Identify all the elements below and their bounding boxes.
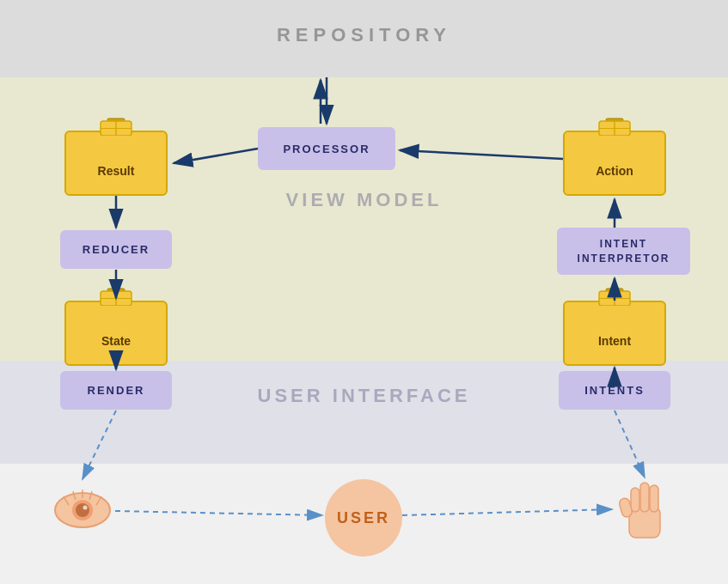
action-suitcase: Action [563, 131, 666, 196]
user-circle: USER [325, 479, 402, 557]
svg-point-19 [83, 506, 88, 510]
svg-point-18 [76, 503, 89, 517]
intent-interpretor-box: INTENTINTERPRETOR [557, 228, 690, 275]
render-box: RENDER [60, 371, 172, 410]
eye-icon [52, 479, 113, 541]
repo-zone [0, 0, 728, 77]
svg-rect-21 [631, 488, 639, 512]
hand-icon [614, 472, 676, 550]
state-suitcase: State [64, 301, 168, 366]
svg-rect-22 [640, 483, 649, 512]
processor-box: PROCESSOR [258, 127, 395, 170]
suitcase-result-icon [99, 115, 133, 136]
suitcase-state-icon [99, 285, 133, 306]
suitcase-intent-icon [597, 285, 632, 306]
reducer-box: REDUCER [60, 230, 172, 269]
svg-rect-23 [650, 485, 658, 512]
suitcase-action-icon [597, 115, 632, 136]
intents-box: INTENTS [559, 371, 670, 410]
result-suitcase: Result [64, 131, 168, 196]
intent-suitcase: Intent [563, 301, 666, 366]
